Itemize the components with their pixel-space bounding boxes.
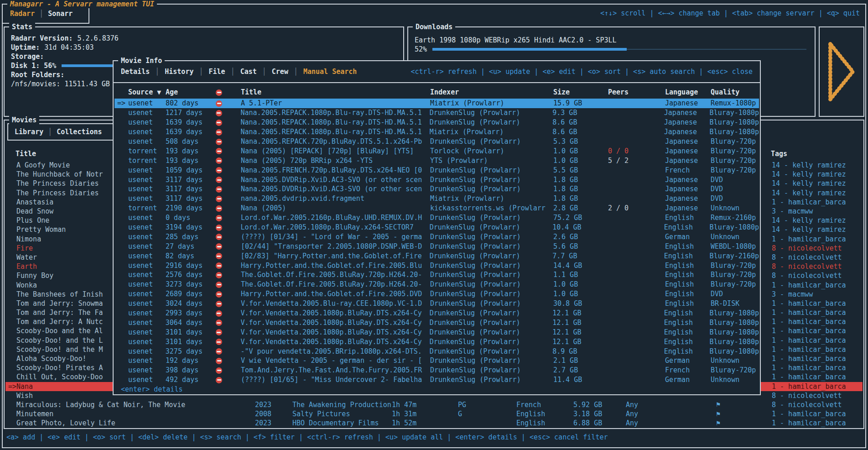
tab-history[interactable]: History — [165, 68, 193, 76]
logo-panel — [819, 26, 864, 117]
search-result-row[interactable]: usenet 2993 days V.for.Vendetta.2005.108… — [114, 309, 759, 318]
search-result-row[interactable]: => usenet 802 days A 5.1-PTer Miatrix (P… — [114, 99, 759, 108]
result-source: usenet — [128, 137, 166, 146]
app-title: Managarr - A Servarr management TUI — [7, 0, 157, 8]
movie-tag: 1 - hamilcar_barca — [772, 235, 863, 243]
search-result-row[interactable]: usenet 2689 days Harry.Potter.and.the.Go… — [114, 289, 759, 299]
search-result-row[interactable]: usenet 3064 days V.for.Vendetta.2005.108… — [114, 318, 759, 327]
result-title: V.for.Vendetta.2005.1080p.BluRay.DTS.x26… — [241, 338, 430, 346]
movie-row[interactable]: Miraculous: Ladybug & Cat Noir, The Movi… — [5, 400, 863, 409]
rejected-icon — [216, 167, 222, 173]
search-result-row[interactable]: usenet 3194 days Lord.of.War.2005.1080p.… — [114, 223, 759, 232]
result-indexer: DrunkenSlug (Prowlarr) — [430, 223, 553, 231]
result-title: Nana.2005.REPACK.1080p.Blu-ray.DTS-HD.MA… — [241, 109, 430, 117]
result-quality: Bluray-1080p — [710, 118, 759, 126]
search-result-row[interactable]: usenet 82 days [02/83] "Harry.Potter.and… — [114, 251, 759, 261]
result-title: V.for.Vendetta.2005.Blu-ray.CEE.1080p.VC… — [241, 299, 430, 308]
search-result-row[interactable]: usenet 3275 days -"V pour vendetta.2005.… — [114, 346, 759, 356]
tab-separator: │ — [262, 68, 266, 76]
search-result-row[interactable]: usenet 192 days V wie Vendetta - 2005 - … — [114, 356, 759, 366]
search-result-row[interactable]: usenet 3117 days Nana.2005.DVDRip.XviD.A… — [114, 184, 759, 194]
movie-row[interactable]: Great Photo, Lovely Life 2023 HBO Docume… — [5, 419, 863, 428]
result-title: (????) [01/34] - "Lord of War - 2005 - g… — [241, 233, 430, 241]
search-result-row[interactable]: usenet 398 days Tom.And.Jerry.The.Fast.A… — [114, 366, 759, 375]
gauge-fill — [432, 48, 627, 51]
tab-crew[interactable]: Crew — [272, 68, 288, 76]
result-language: French — [665, 166, 711, 174]
search-result-row[interactable]: usenet 27 days [02/44] "Transporter 2.20… — [114, 241, 759, 251]
search-result-row[interactable]: usenet 3101 days V.for.Vendetta.2005.108… — [114, 337, 759, 346]
result-size: 11.4 GB — [553, 376, 608, 384]
result-language: German — [665, 356, 711, 365]
result-indexer: DrunkenSlug (Prowlarr) — [430, 309, 553, 317]
search-result-row[interactable]: usenet 1639 days Nana.2005.REPACK.1080p.… — [114, 118, 759, 127]
search-results-table: => usenet 802 days A 5.1-PTer Miatrix (P… — [114, 99, 759, 385]
search-result-row[interactable]: usenet 2576 days The.Goblet.Of.Fire.2005… — [114, 270, 759, 280]
search-results-header: Source ▼ Age Title Indexer Size Peers La… — [114, 87, 759, 98]
result-title: The.Goblet.Of.Fire.2005.BluRay.720p.H264… — [241, 280, 430, 288]
result-language: English — [665, 290, 711, 298]
search-result-row[interactable]: usenet 0 days Lord.of.War.2005.2160p.Blu… — [114, 213, 759, 223]
search-result-row[interactable]: usenet 508 days Nana.2005.REPACK.720p.Bl… — [114, 137, 759, 147]
result-size: 1.0 GB — [553, 290, 608, 298]
tab-file[interactable]: File — [209, 68, 225, 76]
result-language: English — [665, 214, 711, 222]
result-size: 5.3 GB — [553, 137, 608, 146]
column-header-size: Size — [553, 88, 608, 96]
result-peers: 5 / 2 — [608, 157, 665, 165]
result-size: 1.0 GB — [553, 157, 608, 165]
result-source: usenet — [128, 366, 166, 374]
search-result-row[interactable]: usenet 285 days (????) [01/34] - "Lord o… — [114, 232, 759, 241]
rejected-icon — [216, 234, 222, 240]
search-result-row[interactable]: usenet 3117 days nana.2005.dvdrip.xvid.f… — [114, 194, 759, 204]
tab-collections[interactable]: Collections — [57, 128, 102, 136]
result-quality: Bluray-1080p — [710, 338, 759, 346]
disk-usage-label: Disk 1: 56% — [11, 62, 56, 70]
search-result-row[interactable]: torrent 193 days Nana (2005) 720p BRRip … — [114, 156, 759, 165]
search-result-row[interactable]: torrent 193 days Nana (2005) [REPACK] [7… — [114, 146, 759, 156]
search-result-row[interactable]: usenet 3117 days Nana.2005.DVDRip.XviD.A… — [114, 175, 759, 184]
tab-details[interactable]: Details — [121, 68, 150, 76]
result-size: 2.7 GB — [553, 366, 608, 374]
search-result-row[interactable]: usenet 2916 days Harry.Potter.and.the.Go… — [114, 261, 759, 270]
tab-library[interactable]: Library — [15, 128, 43, 136]
rejected-icon — [216, 205, 222, 212]
search-result-row[interactable]: usenet 492 days (????) [01/65] - "Miss U… — [114, 375, 759, 385]
tag-icon: ⚑ — [716, 420, 772, 427]
search-result-row[interactable]: usenet 1217 days Nana.2005.REPACK.1080p.… — [114, 108, 759, 118]
tab-sonarr[interactable]: Sonarr — [48, 10, 73, 18]
search-result-row[interactable]: torrent 2190 days Nana (2005) kickasstor… — [114, 204, 759, 213]
result-language: English — [664, 309, 710, 317]
tab-cast[interactable]: Cast — [240, 68, 257, 76]
result-title: The.Goblet.Of.Fire.2005.BluRay.720p.H264… — [241, 271, 430, 279]
rejected-icon — [216, 377, 222, 383]
column-header-title: Title — [16, 150, 36, 158]
movie-row[interactable]: Minutemen 2008 Salty Pictures 1h 31m G E… — [5, 409, 863, 419]
result-quality: Bluray-720p — [711, 280, 759, 288]
result-indexer: DrunkenSlug (Prowlarr) — [430, 118, 553, 126]
rejected-icon — [216, 301, 222, 307]
storage-label: Storage: — [11, 52, 44, 61]
search-result-row[interactable]: usenet 1639 days Nana.2005.REPACK.1080p.… — [114, 127, 759, 137]
search-result-row[interactable]: usenet 3024 days V.for.Vendetta.2005.Blu… — [114, 299, 759, 309]
result-title: A 5.1-PTer — [241, 99, 430, 107]
result-age: 1639 days — [166, 128, 216, 136]
result-language: English — [665, 280, 711, 288]
search-result-row[interactable]: usenet 3273 days The.Goblet.Of.Fire.2005… — [114, 280, 759, 289]
result-quality: Bluray-720p — [711, 147, 759, 155]
result-source: usenet — [128, 99, 166, 107]
tab-radarr[interactable]: Radarr — [10, 10, 35, 18]
root-folder-value: /nfs/movies: 11511.43 GB — [11, 80, 110, 88]
search-result-row[interactable]: usenet 1059 days Nana.2005.FRENCH.720p.B… — [114, 165, 759, 175]
tab-manual-search[interactable]: Manual Search — [303, 68, 357, 76]
modal-footer-hint: <enter> details — [121, 385, 182, 393]
movie-tag: 8 - nicolecolvett — [772, 253, 863, 262]
movie-runtime: 1h 31m — [392, 410, 458, 418]
result-quality: Remux-2160p — [711, 214, 759, 222]
result-language: Japanese — [665, 99, 711, 107]
result-language: Japanese — [664, 109, 710, 117]
result-indexer: DrunkenSlug (Prowlarr) — [430, 252, 553, 260]
result-source: usenet — [128, 299, 166, 308]
result-size: 30.8 GB — [553, 299, 608, 308]
search-result-row[interactable]: usenet 3101 days V.for.Vendetta.2005.108… — [114, 327, 759, 337]
